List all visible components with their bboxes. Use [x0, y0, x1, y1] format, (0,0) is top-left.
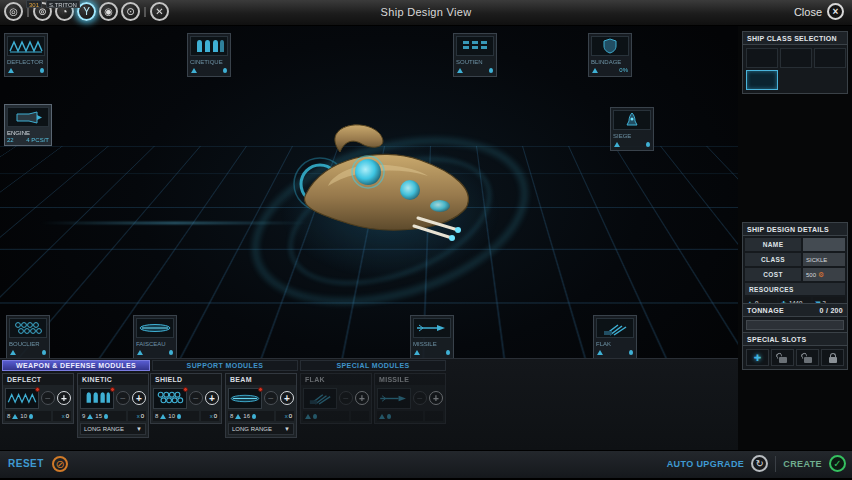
range-dropdown[interactable]: LONG RANGE▼ [228, 423, 294, 435]
cost-icon [29, 414, 33, 419]
special-slot-1[interactable]: ✚ [746, 349, 769, 366]
special-slot-2-unlocked[interactable] [771, 349, 794, 366]
remove-module-button[interactable]: − [413, 391, 427, 405]
add-module-button[interactable]: + [355, 391, 369, 405]
cost-icon [646, 142, 650, 147]
module-card-beam: BEAM − + 816 x0 LONG RANGE▼ [225, 373, 297, 438]
slot-flak[interactable]: FLAK [593, 315, 637, 358]
create-check-icon[interactable]: ✓ [829, 455, 846, 472]
auto-upgrade-icon[interactable]: ↻ [751, 455, 768, 472]
slot-siege[interactable]: SIEGE [610, 107, 654, 151]
range-dropdown[interactable]: LONG RANGE▼ [80, 423, 146, 435]
create-button[interactable]: CREATE [783, 459, 822, 469]
engine-count: 22 [7, 137, 14, 143]
tab-support-modules[interactable]: SUPPORT MODULES [152, 360, 298, 371]
tonnage-icon [12, 414, 18, 419]
add-module-button[interactable]: + [280, 391, 294, 405]
class-thumbnail-2[interactable] [780, 48, 812, 68]
resources-header: RESOURCES [745, 283, 845, 295]
remove-module-button[interactable]: − [339, 391, 353, 405]
cancel-icon[interactable]: ✕ [150, 2, 169, 21]
ship-model[interactable] [268, 114, 508, 264]
unlock-icon [804, 357, 812, 363]
beam-thumbnail[interactable] [228, 388, 262, 409]
remove-module-button[interactable]: − [264, 391, 278, 405]
tab-special-modules[interactable]: SPECIAL MODULES [300, 360, 446, 371]
special-slot-3-unlocked[interactable] [796, 349, 819, 366]
add-module-button[interactable]: + [429, 391, 443, 405]
right-sidebar: SHIP CLASS SELECTION SHIP DESIGN DETAILS… [738, 26, 852, 480]
slot-kinetic[interactable]: CINETIQUE [187, 33, 231, 77]
tonnage-value: 0 / 200 [819, 307, 843, 314]
remove-module-button[interactable]: − [116, 391, 130, 405]
notification-dot [110, 387, 115, 392]
module-card-deflect: DEFLECT − + 810 x0 [2, 373, 74, 424]
auto-upgrade-button[interactable]: AUTO UPGRADE [667, 459, 745, 469]
deflect-thumbnail[interactable] [5, 388, 39, 409]
fleet-icon[interactable]: ◉ [99, 2, 118, 21]
reset-icon[interactable]: ⊘ [52, 456, 68, 472]
flak-thumbnail[interactable] [303, 388, 337, 409]
ship-viewport: DEFLECTOR CINETIQUE SOUTIEN BLINDAGE 0 [0, 26, 740, 358]
status-chips: 301 S.TRITON [26, 0, 80, 8]
special-slots-label: SPECIAL SLOTS [747, 336, 806, 343]
cost-icon [252, 414, 256, 419]
tonnage-icon [597, 350, 603, 355]
galaxy-icon[interactable]: ◎ [4, 2, 23, 21]
panel-title: SHIP DESIGN DETAILS [747, 226, 829, 233]
ship-class-selection-panel: SHIP CLASS SELECTION [742, 31, 848, 94]
close-icon: × [827, 3, 844, 20]
slot-deflector[interactable]: DEFLECTOR [4, 33, 48, 77]
slot-armor[interactable]: BLINDAGE 0% [588, 33, 632, 77]
chevron-down-icon: ▼ [284, 426, 290, 432]
class-label: CLASS [745, 253, 801, 266]
divider [144, 7, 146, 17]
tonnage-progress-bar [746, 320, 844, 330]
add-module-button[interactable]: + [132, 391, 146, 405]
tonnage-icon [614, 142, 620, 147]
card-title: SHIELD [151, 374, 221, 385]
card-title: BEAM [226, 374, 296, 385]
cost-value: 500 [806, 272, 816, 278]
close-button[interactable]: Close × [794, 3, 844, 20]
module-panel: WEAPON & DEFENSE MODULES SUPPORT MODULES… [0, 358, 740, 450]
kinetic-thumbnail[interactable] [80, 388, 114, 409]
reset-button[interactable]: RESET [8, 458, 44, 469]
missile-thumbnail[interactable] [377, 388, 411, 409]
class-thumbnail-1[interactable] [746, 48, 778, 68]
remove-module-button[interactable]: − [41, 391, 55, 405]
module-count: 0 [289, 413, 292, 419]
cost-icon [104, 414, 108, 419]
tonnage-panel: TONNAGE 0 / 200 [742, 303, 848, 334]
slot-engine[interactable]: ENGINE 22 4 PCS/T [4, 104, 52, 146]
slot-missile[interactable]: MISSILE [410, 315, 454, 358]
turn-badge: 301 [26, 0, 42, 8]
slot-support[interactable]: SOUTIEN [453, 33, 497, 77]
cost-icon [629, 350, 633, 355]
location-badge: S.TRITON [46, 0, 80, 8]
special-module-icon: ✚ [754, 353, 762, 363]
cost-icon [446, 350, 450, 355]
kinetic-icon [190, 36, 228, 56]
remove-module-button[interactable]: − [189, 391, 203, 405]
deflector-icon [7, 36, 45, 56]
lock-icon [829, 357, 837, 363]
special-slot-4-locked[interactable] [821, 349, 844, 366]
add-module-button[interactable]: + [57, 391, 71, 405]
class-thumbnail-4-selected[interactable] [746, 70, 778, 90]
add-module-button[interactable]: + [205, 391, 219, 405]
special-slots-panel: SPECIAL SLOTS ✚ [742, 332, 848, 370]
class-thumbnail-3[interactable] [814, 48, 846, 68]
divider [775, 456, 776, 472]
module-count: 0 [214, 413, 217, 419]
slot-beam[interactable]: FAISCEAU [133, 315, 177, 358]
shield-thumbnail[interactable] [153, 388, 187, 409]
support-icon [456, 36, 494, 56]
slot-shield[interactable]: BOUCLIER [6, 315, 50, 358]
module-card-shield: SHIELD − + 810 x0 [150, 373, 222, 424]
research-icon[interactable]: ⊙ [121, 2, 140, 21]
tab-weapon-defense-modules[interactable]: WEAPON & DEFENSE MODULES [2, 360, 150, 371]
engine-rate: 4 PCS/T [26, 137, 49, 143]
name-input[interactable] [803, 238, 845, 251]
unlock-icon [779, 357, 787, 363]
